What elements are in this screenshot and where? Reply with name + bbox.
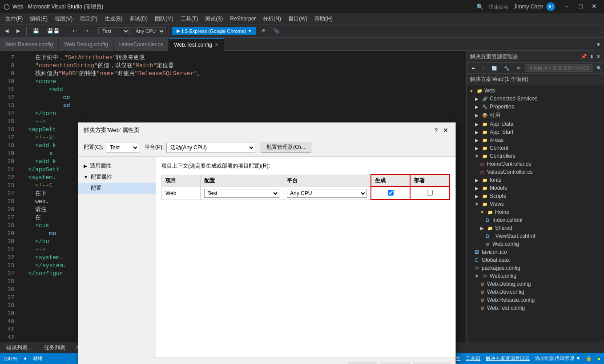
- code-line: 在下例中，"SetAttributes"转换将更改: [21, 54, 466, 62]
- dialog-tree-config[interactable]: 配置: [78, 183, 156, 194]
- tab-web-release-config[interactable]: Web.Release.config: [0, 38, 59, 51]
- tab-web-test-config[interactable]: Web.Test.config ✕: [169, 38, 224, 51]
- solution-tree[interactable]: ▼ 📁 Web ▶ 🔗 Connected Services ▶ 🔧 Prope…: [467, 85, 604, 342]
- tree-item-webdebugconfig[interactable]: ⚙ Web.Debug.config: [467, 280, 604, 288]
- tree-item-home-folder[interactable]: ▼ 📁 Home: [467, 208, 604, 216]
- tab-web-debug-config[interactable]: Web.Debug.config: [59, 38, 114, 51]
- close-panel-icon[interactable]: ✕: [596, 54, 600, 60]
- tree-item-webconfig[interactable]: ▼ ⚙ Web.config: [467, 272, 604, 280]
- bottom-tab-errors[interactable]: 错误列表 ...: [4, 343, 36, 352]
- tree-item-valuescontroller[interactable]: c# ValuesController.cs: [467, 168, 604, 176]
- table-cell-deploy[interactable]: [410, 187, 450, 200]
- tab-homecontroller[interactable]: HomeController.cs: [114, 38, 169, 51]
- restore-button[interactable]: □: [576, 2, 586, 12]
- collapse-icon[interactable]: ⬇: [590, 54, 594, 60]
- platform-select[interactable]: Any CPU x86 x64: [287, 189, 367, 198]
- tree-item-scripts[interactable]: ▶ 📁 Scripts: [467, 192, 604, 200]
- menu-build[interactable]: 生成(B): [101, 14, 126, 24]
- solution-search-input[interactable]: [525, 64, 592, 72]
- tab-list-button[interactable]: ▼: [593, 38, 604, 51]
- tree-item-favicon[interactable]: 🖼 favicon.ico: [467, 248, 604, 256]
- toolbar-attach[interactable]: 📎: [270, 27, 282, 35]
- tree-item-models[interactable]: ▶ 📁 Models: [467, 184, 604, 192]
- toolbar-redo[interactable]: ↪: [81, 27, 92, 35]
- tree-item-packages-config[interactable]: ⚙ packages.config: [467, 264, 604, 272]
- tree-item-web[interactable]: ▼ 📁 Web: [467, 87, 604, 95]
- close-button[interactable]: ✕: [588, 2, 600, 12]
- tree-item-views-webconfig[interactable]: ⚙ Web.config: [467, 240, 604, 248]
- config-select[interactable]: Test Debug Release: [204, 189, 279, 198]
- dialog-help-button[interactable]: ?: [435, 127, 438, 134]
- tree-item-connected-services[interactable]: ▶ 🔗 Connected Services: [467, 95, 604, 103]
- toolbox-link[interactable]: 工具箱: [466, 355, 480, 362]
- deploy-checkbox[interactable]: [427, 190, 433, 196]
- table-cell-platform[interactable]: Any CPU x86 x64: [283, 187, 371, 200]
- tree-item-properties[interactable]: ▶ 🔧 Properties: [467, 103, 604, 111]
- tree-item-references[interactable]: ▶ 📦 引用: [467, 111, 604, 120]
- tree-label: Controllers: [490, 153, 515, 159]
- dialog-config-select[interactable]: Test Debug Release: [106, 143, 139, 152]
- dialog-tree-general[interactable]: ▶ 通用属性: [78, 160, 156, 172]
- menu-tools[interactable]: 工具(T): [177, 14, 201, 24]
- toolbar-save[interactable]: 💾: [30, 27, 42, 35]
- tree-item-controllers[interactable]: ▼ 📁 Controllers: [467, 152, 604, 160]
- menu-analyze[interactable]: 分析(N): [259, 14, 285, 24]
- menu-project[interactable]: 项目(P): [76, 14, 101, 24]
- se-toolbar-btn3[interactable]: 🔄: [488, 64, 500, 72]
- run-button[interactable]: ▶ IIS Express (Google Chrome) ▼: [172, 27, 256, 35]
- menu-file[interactable]: 文件(F): [2, 14, 26, 24]
- tree-item-homecontroller[interactable]: c# HomeController.cs: [467, 160, 604, 168]
- build-checkbox[interactable]: [388, 190, 394, 196]
- toolbar-forward[interactable]: ▶: [13, 27, 23, 35]
- search-placeholder[interactable]: 快速启动: [489, 4, 508, 10]
- bottom-tab-tasks[interactable]: 任务列表: [41, 343, 68, 352]
- tab-close-icon[interactable]: ✕: [215, 42, 218, 47]
- pin-icon[interactable]: 📌: [581, 54, 587, 60]
- tree-item-webreleaseconfig[interactable]: ⚙ Web.Release.config: [467, 296, 604, 304]
- config-dropdown[interactable]: Test Debug Release: [98, 27, 130, 35]
- se-search-btn[interactable]: 🔍: [593, 64, 604, 72]
- menu-edit[interactable]: 编辑(E): [26, 14, 51, 24]
- toolbar-undo[interactable]: ↩: [69, 27, 80, 35]
- menu-help[interactable]: 帮助(H): [311, 14, 336, 24]
- se-toolbar-btn1[interactable]: ⬅: [468, 64, 478, 72]
- dialog-close-button[interactable]: ✕: [441, 127, 450, 134]
- dialog-tree-config-props[interactable]: ▼ 配置属性: [78, 172, 156, 183]
- menu-resharper[interactable]: ReSharper: [226, 15, 259, 23]
- menu-test[interactable]: 测试(S): [201, 14, 226, 24]
- platform-dropdown[interactable]: Any CPU x86 x64: [132, 27, 165, 35]
- config-manager-button[interactable]: 配置管理器(O)...: [261, 142, 311, 153]
- tree-item-global-asax[interactable]: 🗒 Global.asax: [467, 256, 604, 264]
- tree-item-content[interactable]: ▶ 📁 Content: [467, 144, 604, 152]
- table-cell-build[interactable]: [371, 187, 411, 200]
- tree-item-views[interactable]: ▼ 📁 Views: [467, 200, 604, 208]
- toolbar-back[interactable]: ◀: [2, 27, 12, 35]
- tree-item-areas[interactable]: ▶ 📁 Areas: [467, 136, 604, 144]
- table-cell-config[interactable]: Test Debug Release: [201, 187, 283, 200]
- menu-window[interactable]: 窗口(W): [285, 14, 311, 24]
- tree-item-index-cshtml[interactable]: 🗒 Index.cshtml: [467, 216, 604, 224]
- tree-item-app-data[interactable]: ▶ 📁 App_Data: [467, 120, 604, 128]
- minimize-button[interactable]: －: [560, 2, 574, 12]
- tree-item-viewstart[interactable]: 🗒 _ViewStart.cshtml: [467, 232, 604, 240]
- toolbar-refresh[interactable]: ↺: [258, 27, 268, 35]
- tree-item-app-start[interactable]: ▶ 📁 App_Start: [467, 128, 604, 136]
- toolbar-save2[interactable]: 💾💾: [44, 27, 63, 35]
- se-toolbar-btn5[interactable]: 👁: [513, 64, 524, 72]
- menu-team[interactable]: 团队(M): [151, 14, 177, 24]
- titlebar: ⬡ Web - Microsoft Visual Studio (管理员) 🔍 …: [0, 0, 604, 13]
- window-controls[interactable]: － □ ✕: [560, 2, 600, 12]
- menu-view[interactable]: 视图(V): [51, 14, 76, 24]
- dialog-platform-select[interactable]: 活动(Any CPU) Any CPU x86: [166, 143, 255, 152]
- se-toolbar-btn2[interactable]: ↑: [479, 64, 487, 72]
- tree-item-webtestconfig[interactable]: ⚙ Web.Test.config: [467, 304, 604, 312]
- se-toolbar-btn4[interactable]: 🔧: [501, 64, 512, 72]
- tree-item-webdevconfig[interactable]: ⚙ Web.Dev.config: [467, 288, 604, 296]
- solution-explorer-link[interactable]: 解决方案资源管理器: [486, 355, 530, 362]
- add-to-source-control[interactable]: 添加到源代码管理 ▼: [535, 355, 580, 362]
- tree-label: 配置属性: [91, 173, 112, 181]
- solution-properties-dialog[interactable]: 解决方案'Web' 属性页 ? ✕ 配置(C): Test Debug Rele…: [78, 122, 456, 364]
- tree-item-fonts[interactable]: ▶ 📁 fonts: [467, 176, 604, 184]
- tree-item-shared[interactable]: ▶ 📁 Shared: [467, 224, 604, 232]
- menu-debug[interactable]: 调试(D): [126, 14, 151, 24]
